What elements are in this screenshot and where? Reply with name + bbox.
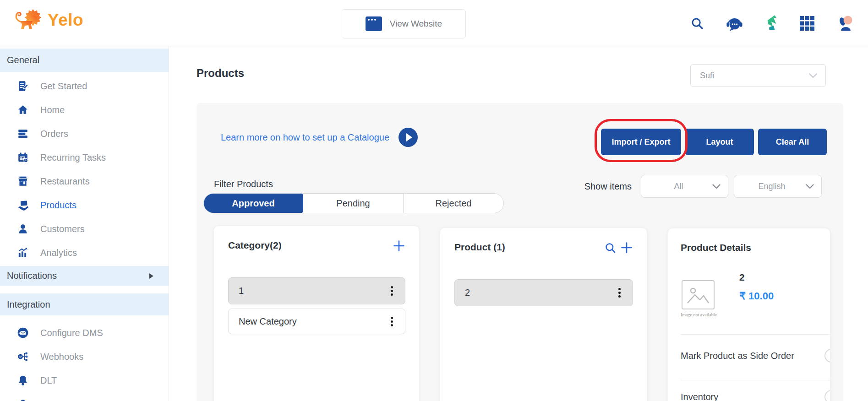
tab-pending[interactable]: Pending [303, 194, 404, 213]
page-title: Products [197, 67, 244, 80]
sidebar-item-get-started[interactable]: Get Started [0, 74, 169, 98]
inventory-label: Inventory [681, 392, 718, 401]
search-product-icon[interactable] [604, 242, 617, 254]
orders-icon [17, 128, 29, 140]
sidebar-item-webhooks[interactable]: Webhooks [0, 345, 169, 368]
search-icon[interactable] [690, 16, 704, 30]
view-website-label: View Website [390, 19, 442, 29]
category-item-label: New Category [239, 316, 297, 327]
learn-more-row: Learn more on how to set up a Catalogue [221, 128, 418, 147]
section-general-label: General [7, 55, 39, 65]
kebab-menu-icon[interactable] [391, 290, 393, 292]
brand-name: Yelo [48, 11, 83, 30]
learn-more-link[interactable]: Learn more on how to set up a Catalogue [221, 132, 389, 143]
store-selector[interactable]: Sufi [690, 64, 826, 87]
app-header: Yelo View Website [0, 0, 868, 46]
browser-window-icon [366, 16, 382, 31]
sidebar-item-recurring-tasks[interactable]: Recurring Tasks [0, 146, 169, 169]
side-order-label: Mark Product as Side Order [681, 351, 794, 361]
product-item-label: 2 [465, 287, 470, 298]
sidebar-integration-list: Configure DMS Webhooks [0, 321, 169, 401]
show-items-value: All [674, 182, 683, 191]
products-panel: Learn more on how to set up a Catalogue … [197, 103, 843, 401]
recurring-tasks-icon [17, 152, 29, 163]
kebab-menu-icon[interactable] [391, 320, 393, 323]
nav-label: Home [40, 105, 65, 115]
side-order-row: Mark Product as Side Order [681, 344, 830, 368]
chevron-down-icon [712, 184, 721, 189]
nav-label: Orders [40, 129, 68, 139]
import-export-button[interactable]: Import / Export [601, 129, 681, 155]
configure-dms-icon [17, 327, 29, 339]
products-icon [17, 199, 29, 211]
restaurants-icon [17, 175, 29, 187]
action-buttons: Import / Export Layout Clear All [601, 129, 827, 155]
inventory-toggle[interactable] [824, 390, 830, 401]
language-select[interactable]: English [734, 175, 822, 198]
filter-products-label: Filter Products [214, 179, 273, 190]
category-card: Category(2) 1 [214, 226, 419, 401]
play-video-button[interactable] [399, 128, 418, 147]
nav-label: Restaurants [40, 176, 90, 187]
tab-rejected[interactable]: Rejected [404, 194, 503, 213]
category-item-label: 1 [239, 286, 244, 296]
kebab-menu-icon[interactable] [618, 292, 621, 294]
customers-icon [17, 223, 29, 235]
app-window: Yelo View Website [0, 0, 868, 401]
sidebar-item-analytics[interactable]: Analytics [0, 241, 169, 265]
sidebar: General Get Started Home [0, 46, 169, 401]
sidebar-item-partial[interactable] [0, 392, 169, 401]
category-list-item[interactable]: 1 [228, 277, 405, 304]
brand-logo[interactable]: Yelo [13, 7, 83, 33]
sidebar-item-products[interactable]: Products [0, 193, 169, 217]
sidebar-item-dlt[interactable]: DLT [0, 368, 169, 392]
layout-button[interactable]: Layout [685, 129, 754, 155]
catalogue-columns: Category(2) 1 [214, 226, 830, 401]
sidebar-section-general[interactable]: General [0, 49, 169, 72]
side-order-toggle[interactable] [824, 349, 830, 363]
show-items-label: Show items [584, 181, 632, 192]
nav-label: Webhooks [40, 352, 83, 362]
sidebar-item-home[interactable]: Home [0, 98, 169, 122]
webhooks-icon [17, 351, 29, 363]
sidebar-section-notifications[interactable]: Notifications [0, 266, 169, 286]
lion-logo-icon [13, 7, 43, 33]
nav-label: Products [40, 200, 76, 211]
image-placeholder-icon [682, 280, 715, 309]
product-media-row: Image not available 2 ₹ 10.00 [681, 280, 830, 317]
chevron-right-icon [149, 273, 153, 279]
profile-avatar-icon[interactable] [836, 14, 855, 33]
nav-label: DLT [40, 375, 57, 386]
tab-approved[interactable]: Approved [203, 193, 303, 213]
nav-label: Recurring Tasks [40, 152, 106, 163]
sidebar-item-restaurants[interactable]: Restaurants [0, 169, 169, 193]
chevron-down-icon [806, 184, 814, 189]
add-product-icon[interactable] [620, 241, 633, 254]
product-name: 2 [739, 272, 774, 283]
show-items-select[interactable]: All [641, 175, 728, 198]
analytics-icon [17, 247, 29, 259]
show-items-row: Show items All English [584, 175, 822, 198]
divider [681, 380, 830, 380]
view-website-button[interactable]: View Website [342, 9, 466, 38]
nav-label: Customers [40, 224, 85, 234]
sidebar-item-customers[interactable]: Customers [0, 217, 169, 241]
partial-icon [17, 398, 29, 401]
sidebar-item-orders[interactable]: Orders [0, 122, 169, 146]
product-list-item[interactable]: 2 [454, 279, 633, 306]
store-selector-value: Sufi [700, 71, 714, 81]
main-content: Products Sufi Learn more on how to set u… [169, 46, 868, 401]
chevron-down-icon [809, 73, 817, 78]
filter-tabs: Approved Pending Rejected [203, 193, 504, 213]
header-icon-bar [690, 0, 855, 46]
sidebar-item-configure-dms[interactable]: Configure DMS [0, 321, 169, 345]
category-card-title: Category(2) [228, 238, 282, 252]
add-category-icon[interactable] [393, 239, 405, 252]
category-list-item[interactable]: New Category [228, 309, 405, 334]
sidebar-section-integration[interactable]: Integration [0, 293, 169, 315]
clear-all-button[interactable]: Clear All [758, 129, 827, 155]
support-chat-icon[interactable] [725, 15, 743, 32]
tookan-bird-icon[interactable] [764, 14, 778, 33]
sidebar-general-list: Get Started Home Orders [0, 74, 169, 265]
apps-grid-icon[interactable] [799, 16, 815, 31]
